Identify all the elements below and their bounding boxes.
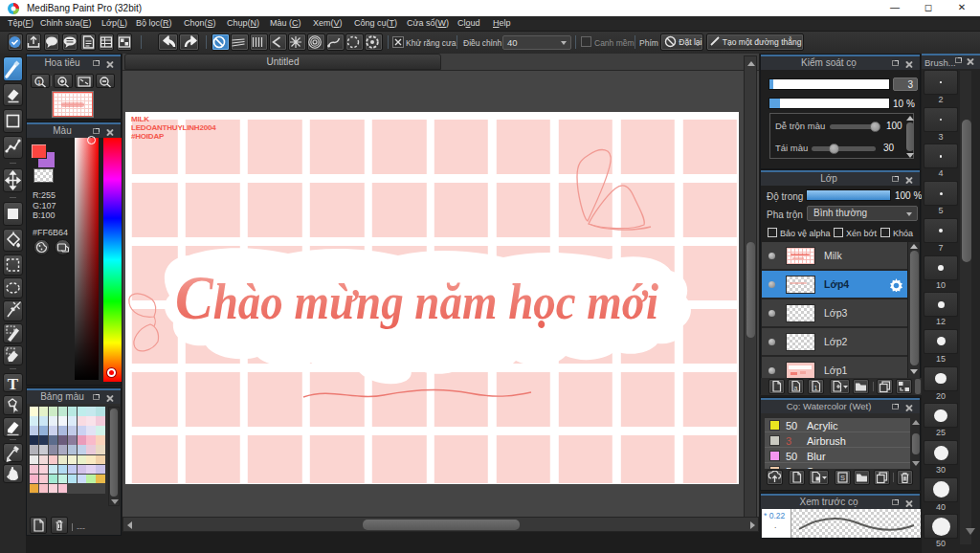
svg-text:T: T	[8, 375, 19, 393]
svg-text:1: 1	[814, 385, 818, 391]
svg-text:a: a	[794, 385, 798, 391]
svg-text:S: S	[840, 474, 845, 482]
svg-text:1: 1	[37, 79, 41, 85]
